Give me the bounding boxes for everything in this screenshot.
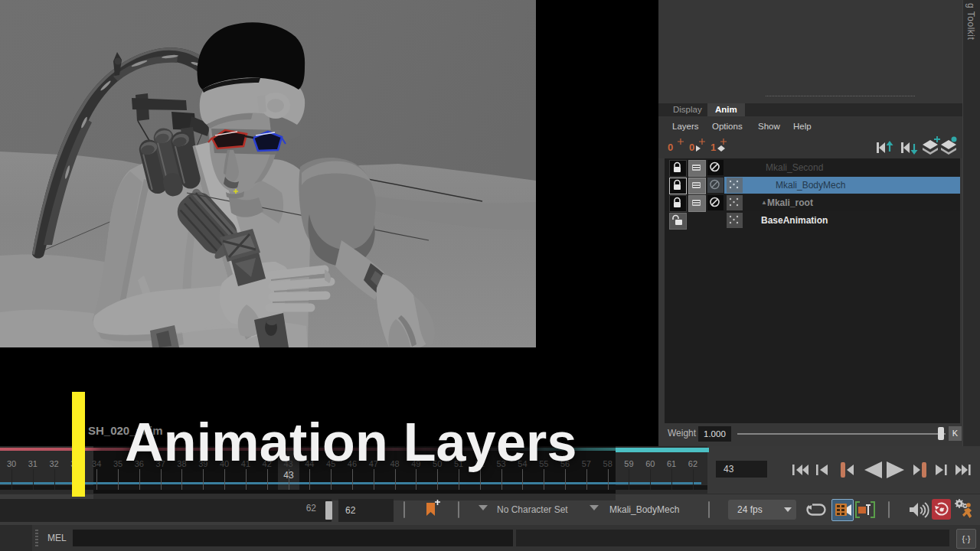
svg-text:0: 0 (668, 142, 673, 153)
svg-text:0: 0 (689, 142, 694, 153)
svg-text:1: 1 (710, 142, 716, 153)
